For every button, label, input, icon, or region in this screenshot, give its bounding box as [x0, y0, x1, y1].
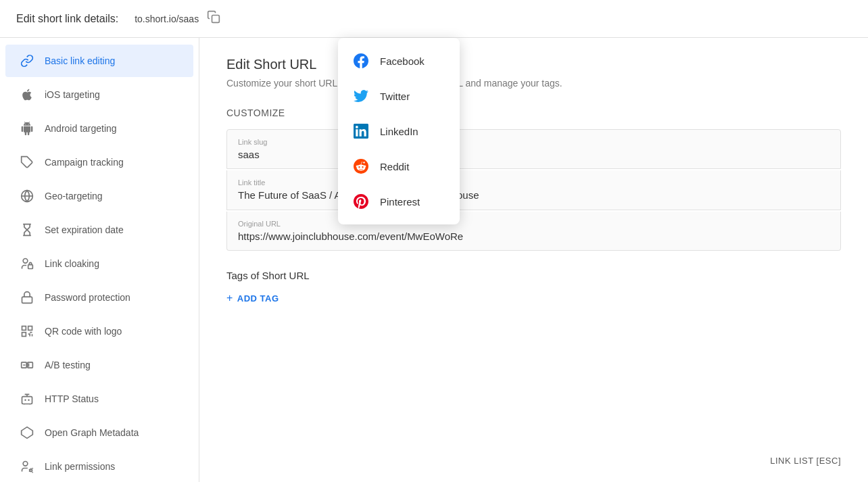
svg-rect-8	[28, 327, 32, 331]
copy-icon[interactable]	[204, 7, 223, 30]
original-url-value: https://www.joinclubhouse.com/event/MwEo…	[238, 231, 829, 242]
ab-icon	[19, 357, 35, 373]
content-title: Edit Short URL	[226, 57, 841, 72]
robot-icon	[19, 391, 35, 407]
sidebar-item-http-status[interactable]: HTTP Status	[5, 383, 193, 415]
svg-rect-6	[22, 297, 32, 303]
link-title-label: Link title	[238, 178, 829, 187]
svg-point-16	[23, 462, 28, 466]
sidebar-item-label-ios-targeting: iOS targeting	[45, 89, 180, 100]
svg-point-17	[30, 469, 32, 471]
hourglass-icon	[19, 222, 35, 238]
reddit-icon	[352, 157, 370, 176]
sidebar-item-label-link-cloaking: Link cloaking	[45, 258, 180, 269]
add-tag-label: ADD TAG	[237, 293, 279, 304]
social-share-dropdown: Facebook Twitter LinkedIn Reddit	[338, 38, 460, 224]
lock-icon	[19, 289, 35, 306]
svg-rect-5	[28, 265, 33, 269]
person-lock-icon	[19, 256, 35, 272]
svg-marker-15	[22, 427, 33, 439]
tags-title: Tags of Short URL	[226, 270, 841, 281]
sidebar-item-link-permissions[interactable]: Link permissions	[5, 450, 193, 482]
sidebar-item-label-ab-testing: A/B testing	[45, 360, 180, 370]
content-area: Edit Short URL Customize your short URL,…	[199, 38, 868, 482]
social-item-pinterest[interactable]: Pinterest	[338, 184, 460, 219]
apple-icon	[19, 87, 35, 103]
hexagon-icon	[19, 425, 35, 441]
sidebar-item-label-set-expiration-date: Set expiration date	[45, 224, 180, 235]
sidebar-item-geo-targeting[interactable]: Geo-targeting	[5, 180, 193, 212]
tag-icon	[19, 154, 35, 170]
qr-icon	[19, 323, 35, 339]
content-subtitle: Customize your short URL, the link title…	[226, 78, 841, 89]
pinterest-icon	[352, 192, 370, 211]
sidebar-item-basic-link-editing[interactable]: Basic link editing	[5, 45, 193, 77]
link-icon	[19, 53, 35, 69]
social-item-facebook[interactable]: Facebook	[338, 43, 460, 78]
sidebar-item-label-link-permissions: Link permissions	[45, 461, 180, 472]
sidebar-item-ab-testing[interactable]: A/B testing	[5, 349, 193, 381]
link-title-field[interactable]: Link title The Future of SaaS / AI Inves…	[226, 170, 841, 210]
person-settings-icon	[19, 458, 35, 475]
sidebar-item-android-targeting[interactable]: Android targeting	[5, 112, 193, 145]
twitter-label: Twitter	[380, 91, 410, 102]
short-url: to.short.io/saas	[135, 14, 199, 24]
reddit-label: Reddit	[380, 161, 409, 172]
sidebar-item-qr-code-with-logo[interactable]: QR code with logo	[5, 315, 193, 347]
pinterest-label: Pinterest	[380, 196, 420, 208]
sidebar-item-set-expiration-date[interactable]: Set expiration date	[5, 214, 193, 246]
header: Edit short link details: to.short.io/saa…	[0, 0, 868, 38]
sidebar-item-label-android-targeting: Android targeting	[45, 123, 180, 134]
tags-section: Tags of Short URL + ADD TAG	[226, 270, 841, 304]
link-slug-label: Link slug	[238, 138, 829, 146]
svg-rect-7	[22, 327, 26, 331]
sidebar-item-password-protection[interactable]: Password protection	[5, 281, 193, 314]
link-title-value: The Future of SaaS / AI Investing 🤖☑️ - …	[238, 189, 829, 201]
customize-label: Customize	[226, 107, 841, 118]
social-item-twitter[interactable]: Twitter	[338, 78, 460, 114]
svg-point-13	[24, 399, 26, 401]
sidebar-item-label-open-graph-metadata: Open Graph Metadata	[45, 427, 180, 438]
facebook-label: Facebook	[380, 55, 425, 67]
sidebar-item-ios-targeting[interactable]: iOS targeting	[5, 78, 193, 111]
original-url-label: Original URL	[238, 220, 829, 228]
sidebar-item-open-graph-metadata[interactable]: Open Graph Metadata	[5, 416, 193, 449]
globe-icon	[19, 188, 35, 204]
sidebar-item-label-password-protection: Password protection	[45, 292, 180, 303]
svg-rect-12	[22, 397, 32, 404]
plus-icon: +	[226, 292, 233, 304]
sidebar-item-label-basic-link-editing: Basic link editing	[45, 55, 180, 66]
social-item-reddit[interactable]: Reddit	[338, 149, 460, 184]
original-url-field[interactable]: Original URL https://www.joinclubhouse.c…	[226, 212, 841, 251]
twitter-icon	[352, 87, 370, 105]
svg-rect-0	[212, 16, 220, 23]
link-slug-field[interactable]: Link slug saas	[226, 129, 841, 169]
facebook-icon	[352, 51, 370, 70]
link-slug-value: saas	[238, 149, 829, 160]
svg-point-4	[23, 259, 28, 264]
sidebar-item-label-http-status: HTTP Status	[45, 393, 180, 404]
sidebar-item-campaign-tracking[interactable]: Campaign tracking	[5, 146, 193, 178]
sidebar-item-label-geo-targeting: Geo-targeting	[45, 191, 180, 201]
android-icon	[19, 120, 35, 137]
page-title: Edit short link details:	[16, 13, 118, 25]
add-tag-button[interactable]: + ADD TAG	[226, 292, 279, 304]
linkedin-icon	[352, 122, 370, 141]
svg-point-14	[28, 399, 30, 401]
linkedin-label: LinkedIn	[380, 126, 418, 137]
sidebar-item-link-cloaking[interactable]: Link cloaking	[5, 247, 193, 280]
sidebar: Basic link editing iOS targeting Android…	[0, 38, 199, 482]
link-list-button[interactable]: LINK LIST [ESC]	[770, 456, 841, 466]
svg-rect-9	[22, 333, 26, 337]
social-item-linkedin[interactable]: LinkedIn	[338, 114, 460, 149]
sidebar-item-label-campaign-tracking: Campaign tracking	[45, 157, 180, 168]
sidebar-item-label-qr-code-with-logo: QR code with logo	[45, 326, 180, 337]
